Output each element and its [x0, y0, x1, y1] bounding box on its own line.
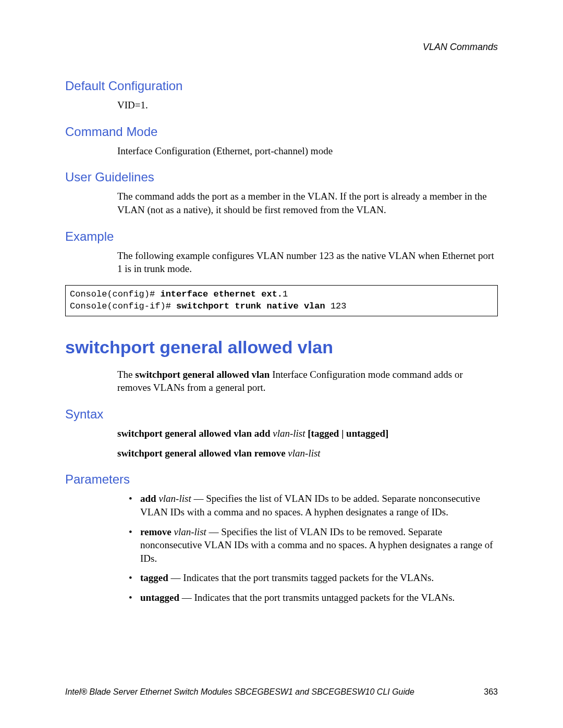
heading-example: Example: [65, 229, 498, 244]
param-add: add vlan-list — Specifies the list of VL…: [129, 492, 498, 519]
syntax1-i1: vlan-list: [273, 428, 308, 439]
param-remove-b: remove: [140, 526, 174, 537]
default-configuration-body: VID=1.: [117, 98, 498, 112]
parameters-body: add vlan-list — Specifies the list of VL…: [117, 492, 498, 604]
code-line2-post: 123: [331, 301, 347, 311]
example-code-box: Console(config)# interface ethernet ext.…: [65, 285, 498, 316]
syntax2-b1: switchport general allowed vlan remove: [117, 448, 288, 459]
page: VLAN Commands Default Configuration VID=…: [0, 0, 563, 728]
param-untagged: untagged — Indicates that the port trans…: [129, 591, 498, 604]
user-guidelines-text: The command adds the port as a member in…: [117, 190, 498, 216]
syntax1-b2: [tagged | untagged]: [308, 428, 388, 439]
code-line1-pre: Console(config)#: [70, 289, 160, 299]
parameters-list: add vlan-list — Specifies the list of VL…: [129, 492, 498, 604]
param-tagged-rest: — Indicates that the port transmits tagg…: [168, 572, 434, 583]
param-remove: remove vlan-list — Specifies the list of…: [129, 525, 498, 565]
syntax-line-1: switchport general allowed vlan add vlan…: [117, 427, 498, 440]
param-remove-i: vlan-list: [174, 526, 206, 537]
command-mode-body: Interface Configuration (Ethernet, port-…: [117, 144, 498, 158]
page-number: 363: [484, 687, 498, 697]
code-line1-post: 1: [283, 289, 288, 299]
code-line1-bold: interface ethernet ext.: [160, 289, 283, 299]
command-desc-bold: switchport general allowed vlan: [135, 369, 270, 380]
user-guidelines-body: The command adds the port as a member in…: [117, 190, 498, 216]
command-desc: The switchport general allowed vlan Inte…: [117, 368, 498, 394]
param-add-i: vlan-list: [158, 493, 191, 504]
command-desc-pre: The: [117, 369, 135, 380]
code-line2-bold: switchport trunk native vlan: [176, 301, 331, 311]
footer-text: Intel® Blade Server Ethernet Switch Modu…: [65, 687, 414, 697]
syntax1-b1: switchport general allowed vlan add: [117, 428, 273, 439]
command-desc-wrap: The switchport general allowed vlan Inte…: [117, 368, 498, 394]
param-tagged-b: tagged: [140, 572, 168, 583]
heading-parameters: Parameters: [65, 472, 498, 487]
syntax-line-2: switchport general allowed vlan remove v…: [117, 447, 498, 460]
param-tagged: tagged — Indicates that the port transmi…: [129, 571, 498, 585]
param-untagged-rest: — Indicates that the port transmits unta…: [179, 592, 455, 603]
heading-command-mode: Command Mode: [65, 125, 498, 139]
param-untagged-b: untagged: [140, 592, 179, 603]
example-intro: The following example configures VLAN nu…: [117, 249, 498, 276]
command-mode-text: Interface Configuration (Ethernet, port-…: [117, 144, 498, 158]
heading-user-guidelines: User Guidelines: [65, 170, 498, 184]
command-title: switchport general allowed vlan: [65, 337, 498, 357]
footer: Intel® Blade Server Ethernet Switch Modu…: [65, 687, 498, 697]
heading-default-configuration: Default Configuration: [65, 79, 498, 93]
syntax-body: switchport general allowed vlan add vlan…: [117, 427, 498, 460]
example-intro-wrap: The following example configures VLAN nu…: [117, 249, 498, 276]
running-header: VLAN Commands: [65, 42, 498, 53]
code-line2-pre: Console(config-if)#: [70, 301, 176, 311]
default-configuration-text: VID=1.: [117, 98, 498, 112]
param-add-b: add: [140, 493, 158, 504]
param-add-rest: — Specifies the list of VLAN IDs to be a…: [140, 493, 480, 517]
heading-syntax: Syntax: [65, 407, 498, 422]
syntax2-i1: vlan-list: [288, 448, 320, 459]
